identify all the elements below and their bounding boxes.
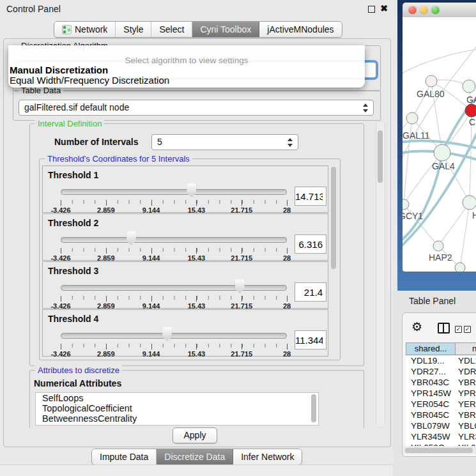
maximize-traffic-light-icon[interactable] (431, 6, 440, 14)
checkbox-icon[interactable]: ✓ (455, 326, 462, 333)
threshold-slider[interactable]: -3.4262.8599.14415.4321.71528 (61, 183, 287, 212)
column-header-name[interactable]: n (456, 343, 476, 355)
threshold-value-input[interactable] (295, 330, 326, 349)
threshold-value-input[interactable] (295, 282, 326, 302)
slider-ticks (61, 248, 288, 252)
table-row[interactable]: YBR045CYBR0 (406, 410, 476, 420)
popup-item-manual[interactable]: Manual Discretization (8, 65, 365, 75)
slider-track[interactable] (61, 237, 287, 243)
threshold-value-input[interactable] (295, 187, 326, 206)
scrollbar-thumb[interactable] (405, 448, 473, 453)
close-traffic-light-icon[interactable] (408, 6, 417, 14)
threshold-label: Threshold 3 (48, 266, 98, 276)
tab-cyni-toolbox[interactable]: Cyni Toolbox (192, 22, 259, 37)
node-table: shared... n YDL19...YDL1YDR27...YDR2YBR0… (406, 342, 476, 446)
threshold-value-input[interactable] (295, 234, 326, 254)
scale-label: -3.426 (50, 350, 70, 358)
cell-name: YDL1 (456, 355, 476, 366)
network-node-selected[interactable] (465, 104, 476, 117)
cell-name: YBL0 (456, 420, 476, 431)
stepper-icon[interactable] (288, 137, 293, 148)
network-node[interactable] (406, 112, 418, 124)
network-window-frame: GAL80 GA C GAL11 GAL4 GCY1 H HAP2 (397, 0, 476, 291)
table-row[interactable]: YPR145WYPR1 (406, 388, 476, 399)
slider-handle[interactable] (187, 183, 196, 197)
attribute-item[interactable]: SelfLoops (36, 393, 318, 403)
slider-handle[interactable] (127, 231, 136, 245)
split-columns-icon[interactable] (438, 323, 450, 334)
table-row[interactable]: YER054CYER0 (406, 399, 476, 410)
tab-style[interactable]: Style (116, 22, 151, 37)
slider-handle[interactable] (235, 279, 245, 293)
network-window-titlebar[interactable] (403, 3, 476, 18)
tab-impute-data[interactable]: Impute Data (92, 449, 157, 464)
threshold-label: Threshold 4 (48, 314, 98, 324)
major-tick (151, 344, 152, 349)
scrollbar-thumb[interactable] (378, 130, 383, 183)
network-node[interactable] (455, 263, 465, 272)
scale-label: 9.144 (142, 350, 160, 358)
network-node[interactable] (433, 241, 443, 251)
slider-track[interactable] (61, 189, 287, 195)
major-tick (151, 248, 152, 254)
network-node[interactable] (434, 144, 450, 161)
tab-discretize-data[interactable]: Discretize Data (157, 449, 233, 464)
cell-name: YBR0 (456, 377, 476, 388)
major-tick (242, 296, 242, 302)
thresholds-group: Threshold's Coordinates for 5 Intervals … (39, 158, 341, 360)
threshold-slider[interactable]: -3.4262.8599.14415.4321.71528 (61, 279, 287, 308)
network-node[interactable] (463, 196, 476, 210)
gear-icon[interactable]: ⚙ (411, 321, 422, 333)
table-panel-box: ⚙ ✓ ✓ shared... n YDL19...YDL1YDR27...YD… (402, 312, 476, 457)
threshold-slider[interactable]: -3.4262.8599.14415.4321.71528 (61, 326, 287, 356)
tab-select[interactable]: Select (151, 22, 192, 37)
thresholds-scrollbar[interactable] (330, 165, 338, 353)
major-tick (151, 200, 152, 206)
table-row[interactable]: YBR043CYBR0 (406, 377, 476, 388)
table-data-combobox[interactable]: galFiltered.sif default node (19, 100, 374, 116)
close-icon[interactable]: ✖ (380, 3, 388, 13)
node-label: GCY1 (403, 211, 423, 221)
major-tick (242, 248, 242, 254)
node-label: H (472, 210, 476, 220)
threshold-box: Threshold 4 -3.4262.8599.14415.4321.7152… (42, 309, 328, 357)
table-row[interactable]: YDR27...YDR2 (406, 366, 476, 377)
table-row[interactable]: YBL079WYBL0 (406, 420, 476, 431)
num-intervals-combobox[interactable]: 5 (151, 134, 298, 150)
tab-jactivemnodules[interactable]: jActiveMNodules (259, 22, 341, 37)
scrollbar-thumb[interactable] (331, 167, 336, 269)
network-canvas[interactable]: GAL80 GA C GAL11 GAL4 GCY1 H HAP2 (403, 17, 476, 272)
table-row[interactable]: YDL19...YDL1 (406, 355, 476, 366)
tab-infer-network[interactable]: Infer Network (233, 449, 302, 464)
table-hscrollbar[interactable] (403, 447, 476, 454)
float-window-icon[interactable] (368, 6, 375, 13)
checkbox-icon[interactable]: ✓ (464, 326, 471, 333)
attribute-item[interactable]: TopologicalCoefficient (36, 403, 318, 413)
table-panel-title: Table Panel (409, 296, 456, 306)
popup-item-equal-width[interactable]: Equal Width/Frequency Discretization (8, 75, 365, 86)
minimize-traffic-light-icon[interactable] (420, 6, 428, 14)
major-tick (287, 296, 288, 302)
table-row[interactable]: YIL053CYIL0 (406, 442, 476, 446)
network-node[interactable] (403, 199, 409, 210)
stepper-icon[interactable] (363, 103, 369, 113)
network-node[interactable] (463, 80, 475, 93)
tab-network[interactable]: Network (54, 22, 116, 37)
threshold-slider[interactable]: -3.4262.8599.14415.4321.71528 (61, 231, 287, 260)
slider-track[interactable] (61, 285, 287, 291)
num-intervals-label: Number of Intervals (54, 137, 138, 147)
cell-shared-name: YLR345W (406, 431, 456, 442)
bottom-strip (0, 464, 393, 476)
settings-scrollbar[interactable] (376, 121, 385, 427)
table-row[interactable]: YLR345WYLR3 (406, 431, 476, 442)
attribute-item[interactable]: BetweennessCentrality (36, 413, 318, 424)
slider-handle[interactable] (162, 327, 172, 341)
major-tick (242, 344, 242, 349)
network-node[interactable] (426, 75, 437, 87)
slider-track[interactable] (61, 333, 287, 339)
list-scrollbar-thumb[interactable] (311, 394, 316, 422)
numerical-attributes-list[interactable]: SelfLoopsTopologicalCoefficientBetweenne… (35, 392, 319, 426)
apply-button[interactable]: Apply (173, 427, 217, 443)
tab-label: Cyni Toolbox (200, 22, 251, 37)
column-header-shared-name[interactable]: shared... (406, 343, 456, 355)
